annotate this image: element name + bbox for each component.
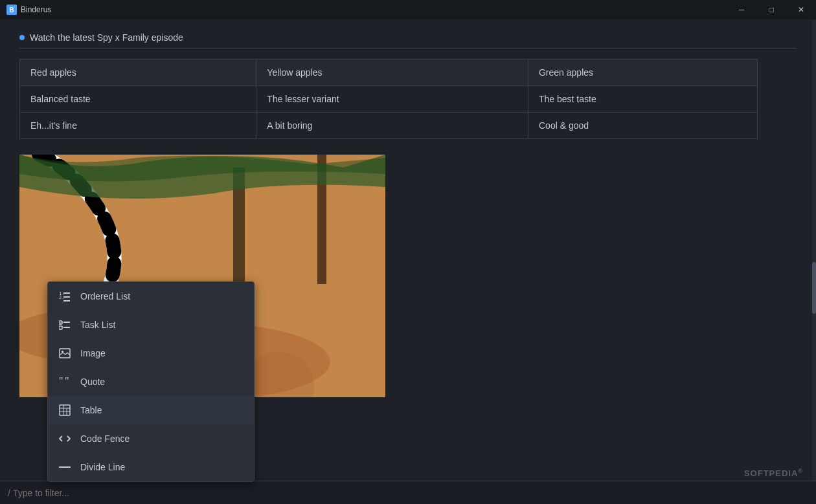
- table-cell: Green apples: [528, 60, 757, 86]
- table-cell: The best taste: [528, 86, 757, 113]
- menu-item-table[interactable]: Table: [48, 396, 254, 424]
- svg-text:": ": [59, 376, 63, 386]
- titlebar: B Binderus ─ □ ✕: [0, 0, 816, 19]
- scrollbar-thumb[interactable]: [812, 262, 816, 314]
- table-row: Red apples Yellow apples Green apples: [20, 60, 758, 86]
- filter-slash: /: [8, 488, 10, 498]
- image-icon: [58, 347, 71, 360]
- menu-item-code-fence[interactable]: Code Fence: [48, 424, 254, 453]
- menu-item-quote[interactable]: " " Quote: [48, 367, 254, 396]
- menu-item-ordered-list[interactable]: 1. 2. Ordered List: [48, 282, 254, 311]
- apple-table: Red apples Yellow apples Green apples Ba…: [19, 59, 758, 139]
- table-row: Balanced taste The lesser variant The be…: [20, 86, 758, 113]
- close-button[interactable]: ✕: [786, 0, 816, 19]
- menu-item-divide-line-label: Divide Line: [80, 462, 125, 472]
- list-section: Watch the latest Spy x Family episode: [19, 32, 797, 49]
- svg-point-28: [62, 351, 63, 353]
- dropdown-menu[interactable]: 1. 2. Ordered List T: [47, 281, 255, 482]
- svg-rect-20: [63, 300, 70, 301]
- separator: [19, 48, 797, 49]
- table-cell: Yellow apples: [256, 60, 528, 86]
- app-icon: B: [6, 5, 17, 15]
- svg-line-23: [61, 322, 62, 323]
- menu-item-divide-line[interactable]: Divide Line: [48, 453, 254, 481]
- task-list-icon: [58, 318, 71, 331]
- main-content: Watch the latest Spy x Family episode Re…: [0, 19, 816, 504]
- maximize-button[interactable]: □: [756, 0, 786, 19]
- menu-item-ordered-list-label: Ordered List: [80, 291, 130, 301]
- app-title: Binderus: [21, 5, 51, 14]
- svg-rect-26: [63, 327, 70, 328]
- filter-input[interactable]: [13, 488, 808, 498]
- list-item-text: Watch the latest Spy x Family episode: [30, 32, 183, 43]
- menu-item-task-list[interactable]: Task List: [48, 311, 254, 339]
- table-row: Eh...it's fine A bit boring Cool & good: [20, 113, 758, 139]
- bullet-icon: [19, 35, 25, 40]
- code-fence-icon: [58, 432, 71, 445]
- menu-item-image[interactable]: Image: [48, 339, 254, 367]
- table-cell: Cool & good: [528, 113, 757, 139]
- menu-item-quote-label: Quote: [80, 377, 105, 387]
- svg-rect-17: [63, 292, 70, 294]
- svg-point-14: [324, 329, 363, 368]
- svg-rect-25: [59, 326, 62, 329]
- svg-text:": ": [65, 376, 69, 386]
- table-cell: Red apples: [20, 60, 256, 86]
- svg-rect-24: [63, 322, 70, 323]
- table-cell: Eh...it's fine: [20, 113, 256, 139]
- table-icon: [58, 404, 71, 417]
- scrollbar[interactable]: [812, 19, 816, 504]
- window-controls: ─ □ ✕: [727, 0, 816, 19]
- svg-rect-31: [60, 405, 70, 415]
- ordered-list-icon: 1. 2.: [58, 290, 71, 303]
- table-cell: Balanced taste: [20, 86, 256, 113]
- menu-item-task-list-label: Task List: [80, 320, 115, 330]
- svg-rect-19: [63, 296, 70, 298]
- list-item: Watch the latest Spy x Family episode: [19, 32, 797, 43]
- menu-item-image-label: Image: [80, 348, 106, 358]
- filter-bar: /: [0, 481, 816, 504]
- minimize-button[interactable]: ─: [727, 0, 756, 19]
- table-body: Red apples Yellow apples Green apples Ba…: [20, 60, 758, 139]
- divide-line-icon: [58, 461, 71, 474]
- menu-item-code-fence-label: Code Fence: [80, 433, 130, 444]
- quote-icon: " ": [58, 375, 71, 388]
- svg-rect-21: [59, 321, 62, 324]
- table-cell: A bit boring: [256, 113, 528, 139]
- softpedia-watermark: SOFTPEDIA®: [744, 468, 803, 478]
- menu-item-table-label: Table: [80, 405, 102, 415]
- table-cell: The lesser variant: [256, 86, 528, 113]
